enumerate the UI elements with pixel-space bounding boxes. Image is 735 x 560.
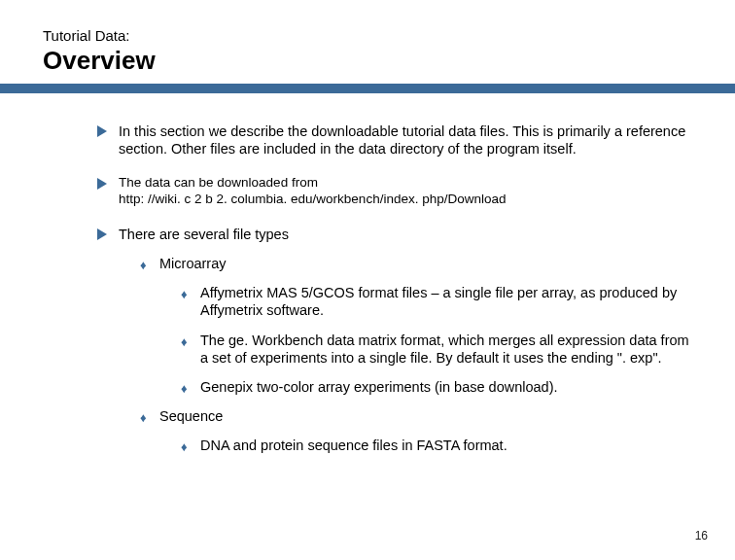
bullet-3a-iii: ♦ Genepix two-color array experiments (i… bbox=[181, 378, 690, 396]
triangle-bullet-icon bbox=[97, 228, 107, 240]
diamond-bullet-icon: ♦ bbox=[181, 335, 188, 348]
bullet-2-line2: http: //wiki. c 2 b 2. columbia. edu/wor… bbox=[119, 192, 506, 206]
diamond-bullet-icon: ♦ bbox=[181, 288, 188, 300]
diamond-bullet-icon: ♦ bbox=[181, 440, 188, 453]
slide-subtitle: Tutorial Data: bbox=[43, 27, 735, 44]
bullet-3a-text: Microarray bbox=[159, 256, 226, 271]
slide: Tutorial Data: Overview In this section … bbox=[0, 0, 735, 560]
bullet-3a-i-text: Affymetrix MAS 5/GCOS format files – a s… bbox=[200, 285, 677, 318]
diamond-bullet-icon: ♦ bbox=[140, 259, 147, 271]
triangle-bullet-icon bbox=[97, 178, 107, 190]
bullet-3-text: There are several file types bbox=[119, 227, 289, 242]
bullet-1-text: In this section we describe the download… bbox=[119, 123, 685, 157]
diamond-bullet-icon: ♦ bbox=[181, 382, 188, 395]
slide-title: Overview bbox=[43, 46, 735, 76]
bullet-3b: ♦ Sequence ♦ DNA and protein sequence fi… bbox=[140, 407, 690, 454]
bullet-3a: ♦ Microarray ♦ Affymetrix MAS 5/GCOS for… bbox=[140, 255, 690, 396]
title-rule bbox=[0, 84, 735, 93]
slide-content: In this section we describe the download… bbox=[0, 93, 735, 454]
bullet-3b-i: ♦ DNA and protein sequence files in FAST… bbox=[181, 437, 690, 454]
page-number: 16 bbox=[695, 529, 708, 542]
bullet-3a-ii: ♦ The ge. Workbench data matrix format, … bbox=[181, 332, 690, 367]
bullet-3a-ii-text: The ge. Workbench data matrix format, wh… bbox=[200, 332, 689, 366]
bullet-3: There are several file types ♦ Microarra… bbox=[97, 226, 690, 454]
slide-header: Tutorial Data: Overview bbox=[0, 0, 735, 76]
bullet-1: In this section we describe the download… bbox=[97, 122, 690, 158]
bullet-3b-i-text: DNA and protein sequence files in FASTA … bbox=[200, 438, 508, 453]
bullet-2: The data can be downloaded from http: //… bbox=[97, 175, 690, 208]
triangle-bullet-icon bbox=[97, 125, 107, 137]
bullet-3a-iii-text: Genepix two-color array experiments (in … bbox=[200, 379, 558, 395]
bullet-3b-text: Sequence bbox=[159, 408, 223, 424]
diamond-bullet-icon: ♦ bbox=[140, 411, 147, 424]
bullet-2-line1: The data can be downloaded from bbox=[119, 175, 318, 190]
bullet-3a-i: ♦ Affymetrix MAS 5/GCOS format files – a… bbox=[181, 284, 690, 319]
